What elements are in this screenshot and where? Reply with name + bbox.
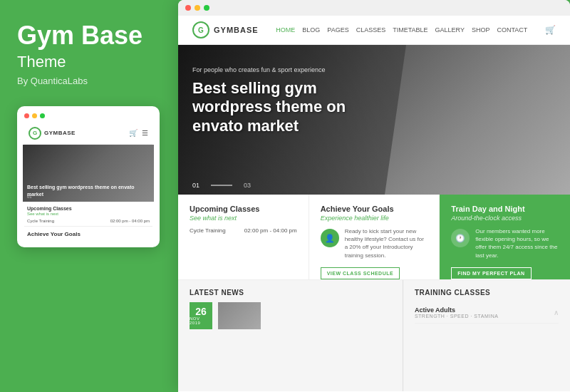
- mobile-upcoming-section: Upcoming Classes See what is next Cycle …: [24, 202, 152, 227]
- achieve-subtitle: Experience healthier life: [321, 215, 428, 222]
- nav-link-contact[interactable]: CONTACT: [497, 26, 527, 33]
- mobile-class-time: 02:00 pm - 04:00 pm: [110, 219, 150, 223]
- upcoming-class-name: Cycle Training: [190, 227, 226, 234]
- upcoming-class-row: Cycle Training 02:00 pm - 04:00 pm: [190, 227, 297, 234]
- mobile-upcoming-title: Upcoming Classes: [27, 206, 150, 211]
- brand-title: Gym Base: [17, 21, 160, 50]
- hero-headline: Best selling gym wordpress theme on enva…: [192, 79, 346, 135]
- card-achieve: Achieve Your Goals Experience healthier …: [309, 195, 440, 279]
- mobile-achieve-section: Achieve Your Goals: [24, 227, 152, 240]
- hero-image: [385, 45, 570, 195]
- news-date-month: NOV 2019: [190, 316, 212, 325]
- view-schedule-button[interactable]: VIEW CLASS SCHEDULE: [321, 267, 400, 279]
- mobile-hero: Best selling gym wordpress theme on enva…: [23, 145, 154, 202]
- latest-news-section: Latest News 26 NOV 2019: [178, 280, 403, 391]
- card-train: Train Day and Night Around-the-clock acc…: [440, 195, 570, 279]
- mobile-upcoming-sub: See what is next: [27, 212, 150, 216]
- nav-link-blog[interactable]: BLOG: [302, 26, 320, 33]
- class-item-active-adults[interactable]: Active Adults STRENGTH · SPEED · STAMINA…: [415, 302, 559, 324]
- mobile-mockup: G GYMBASE 🛒 ☰ Best selling gym wordpress…: [17, 106, 160, 247]
- upcoming-subtitle: See what is next: [190, 215, 297, 222]
- site-logo-icon: G: [192, 21, 209, 38]
- mobile-window-dots: [24, 113, 152, 118]
- site-nav: G GYMBASE HOME BLOG PAGES CLASSES TIMETA…: [178, 16, 570, 45]
- hero-content: For people who creates fun & sport exper…: [192, 66, 346, 135]
- mobile-menu-icon[interactable]: ☰: [142, 129, 148, 137]
- class-item-arrow: ∧: [554, 309, 559, 316]
- left-panel: Gym Base Theme By QuanticaLabs G GYMBASE…: [0, 0, 177, 392]
- nav-link-classes[interactable]: CLASSES: [356, 26, 386, 33]
- desktop-top-bar: [178, 0, 570, 16]
- mobile-achieve-title: Achieve Your Goals: [27, 231, 150, 237]
- bottom-row: Latest News 26 NOV 2019 Training Classes…: [178, 280, 570, 391]
- train-title: Train Day and Night: [451, 205, 559, 213]
- desktop-dot-yellow: [195, 5, 200, 11]
- slide-num-3: 03: [244, 182, 251, 189]
- site-cart-icon[interactable]: 🛒: [545, 25, 556, 35]
- mobile-nav: G GYMBASE 🛒 ☰: [24, 124, 152, 145]
- site-hero: For people who creates fun & sport exper…: [178, 45, 570, 195]
- upcoming-class-time: 02:00 pm - 04:00 pm: [244, 227, 297, 234]
- mobile-cart-icon[interactable]: 🛒: [129, 129, 138, 137]
- slide-num-1: 01: [192, 182, 200, 189]
- desktop-dot-green: [204, 5, 209, 11]
- mobile-logo-icon: G: [28, 127, 41, 140]
- mobile-logo-area: G GYMBASE: [28, 127, 76, 140]
- news-date-num: 26: [195, 306, 207, 316]
- desktop-mockup: G GYMBASE HOME BLOG PAGES CLASSES TIMETA…: [178, 0, 570, 392]
- mobile-dot-green: [40, 113, 45, 118]
- slide-progress-bar: [211, 185, 232, 186]
- site-nav-links: HOME BLOG PAGES CLASSES TIMETABLE GALLER…: [276, 26, 527, 33]
- latest-news-title: Latest News: [190, 289, 391, 296]
- find-plan-button[interactable]: FIND MY PERFECT PLAN: [451, 267, 531, 279]
- mobile-dot-yellow: [32, 113, 37, 118]
- class-item-sub: STRENGTH · SPEED · STAMINA: [415, 314, 499, 319]
- site-logo-area: G GYMBASE: [192, 21, 259, 38]
- brand-by: By QuanticaLabs: [17, 76, 160, 86]
- mobile-dot-red: [24, 113, 29, 118]
- training-classes-section: Training Classes Active Adults STRENGTH …: [403, 280, 570, 391]
- news-image: [218, 302, 261, 329]
- train-icon: 🕐: [451, 229, 470, 247]
- nav-link-home[interactable]: HOME: [276, 26, 295, 33]
- achieve-icon: 👤: [321, 229, 339, 247]
- mobile-hero-text: Best selling gym wordpress theme on enva…: [27, 184, 150, 197]
- brand-subtitle: Theme: [17, 53, 160, 71]
- upcoming-title: Upcoming Classes: [190, 205, 297, 213]
- achieve-body: 👤 Ready to kick start your new healthy l…: [321, 227, 428, 259]
- cards-row: Upcoming Classes See what is next Cycle …: [178, 195, 570, 280]
- class-item-title: Active Adults: [415, 306, 499, 314]
- hero-tagline: For people who creates fun & sport exper…: [192, 66, 346, 73]
- nav-link-timetable[interactable]: TIMETABLE: [393, 26, 428, 33]
- nav-link-gallery[interactable]: GALLERY: [435, 26, 465, 33]
- train-body: 🕐 Our members wanted more flexible openi…: [451, 227, 559, 259]
- achieve-text: Ready to kick start your new healthy lif…: [345, 227, 428, 259]
- nav-link-pages[interactable]: PAGES: [327, 26, 348, 33]
- mobile-class-name: Cycle Training: [27, 219, 54, 223]
- mobile-brand-text: GYMBASE: [44, 130, 76, 136]
- achieve-title: Achieve Your Goals: [321, 205, 428, 213]
- news-date-box: 26 NOV 2019: [190, 302, 212, 329]
- mobile-nav-icons: 🛒 ☰: [129, 129, 148, 137]
- nav-link-shop[interactable]: SHOP: [472, 26, 490, 33]
- class-item-info: Active Adults STRENGTH · SPEED · STAMINA: [415, 306, 499, 319]
- site-logo-text: GYMBASE: [214, 26, 259, 34]
- train-subtitle: Around-the-clock access: [451, 215, 559, 222]
- mobile-class-row: Cycle Training 02:00 pm - 04:00 pm: [27, 219, 150, 223]
- training-classes-title: Training Classes: [415, 289, 559, 296]
- desktop-dot-red: [185, 5, 191, 11]
- hero-slider: 01 03: [192, 182, 251, 189]
- train-text: Our members wanted more flexible opening…: [475, 227, 559, 259]
- news-item: 26 NOV 2019: [190, 302, 391, 329]
- card-upcoming: Upcoming Classes See what is next Cycle …: [178, 195, 309, 279]
